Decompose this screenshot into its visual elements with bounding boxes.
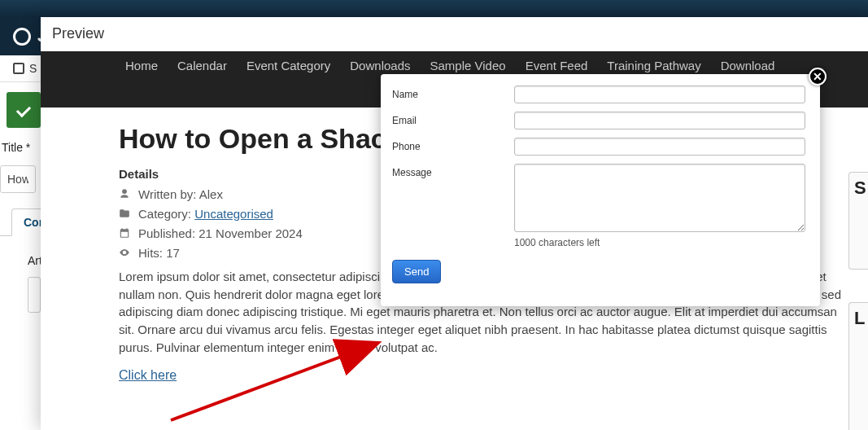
nav-downloads[interactable]: Downloads: [350, 59, 410, 72]
user-icon: [119, 188, 130, 200]
label-email: Email: [392, 112, 514, 126]
author-label: Written by:: [138, 187, 199, 201]
label-name: Name: [392, 86, 514, 100]
right-sidebar-1-letter: S: [849, 173, 868, 199]
calendar-icon: [119, 227, 130, 239]
nav-calendar[interactable]: Calendar: [177, 59, 227, 72]
right-sidebar-box-1: S: [848, 172, 868, 270]
published-label: Published:: [138, 226, 198, 240]
right-sidebar-2-letter: L: [849, 303, 868, 329]
hits-value: 17: [166, 246, 180, 260]
preview-title: Preview: [52, 25, 104, 42]
author-value: Alex: [199, 187, 223, 201]
nav-download[interactable]: Download: [721, 59, 775, 72]
nav-sample-video[interactable]: Sample Video: [430, 59, 506, 72]
save-button-fragment[interactable]: S: [29, 62, 37, 75]
folder-icon: [119, 208, 130, 219]
char-count: 1000 characters left: [514, 237, 805, 248]
joomla-icon: [13, 28, 31, 46]
eye-icon: [119, 247, 130, 258]
nav-event-category[interactable]: Event Category: [246, 59, 330, 72]
nav-home[interactable]: Home: [125, 59, 158, 72]
title-input[interactable]: [0, 165, 36, 193]
apply-button[interactable]: [7, 92, 41, 128]
send-button[interactable]: Send: [392, 260, 441, 283]
input-phone[interactable]: [514, 138, 805, 156]
right-sidebar-box-2: L: [848, 302, 868, 430]
row-phone: Phone: [392, 138, 805, 156]
input-message[interactable]: [514, 164, 805, 232]
close-button[interactable]: ✕: [809, 68, 827, 86]
click-here-link[interactable]: Click here: [119, 368, 177, 383]
row-message: Message: [392, 164, 805, 232]
editor-box[interactable]: [28, 277, 41, 313]
category-link[interactable]: Uncategorised: [194, 207, 273, 221]
input-name[interactable]: [514, 86, 805, 103]
save-icon: [13, 63, 24, 74]
category-label: Category:: [138, 207, 194, 221]
published-value: 21 November 2024: [198, 226, 303, 240]
hits-label: Hits:: [138, 246, 166, 260]
input-email[interactable]: [514, 112, 805, 129]
row-name: Name: [392, 86, 805, 103]
admin-topbar: [0, 0, 868, 17]
preview-header: Preview: [41, 17, 868, 51]
nav-training-pathway[interactable]: Training Pathway: [607, 59, 700, 72]
label-phone: Phone: [392, 138, 514, 152]
check-icon: [16, 103, 31, 117]
close-icon: ✕: [813, 70, 822, 83]
label-message: Message: [392, 164, 514, 178]
nav-event-feed[interactable]: Event Feed: [526, 59, 588, 72]
contact-popup: ✕ Name Email Phone Message 1000 characte…: [381, 74, 820, 306]
row-email: Email: [392, 112, 805, 129]
